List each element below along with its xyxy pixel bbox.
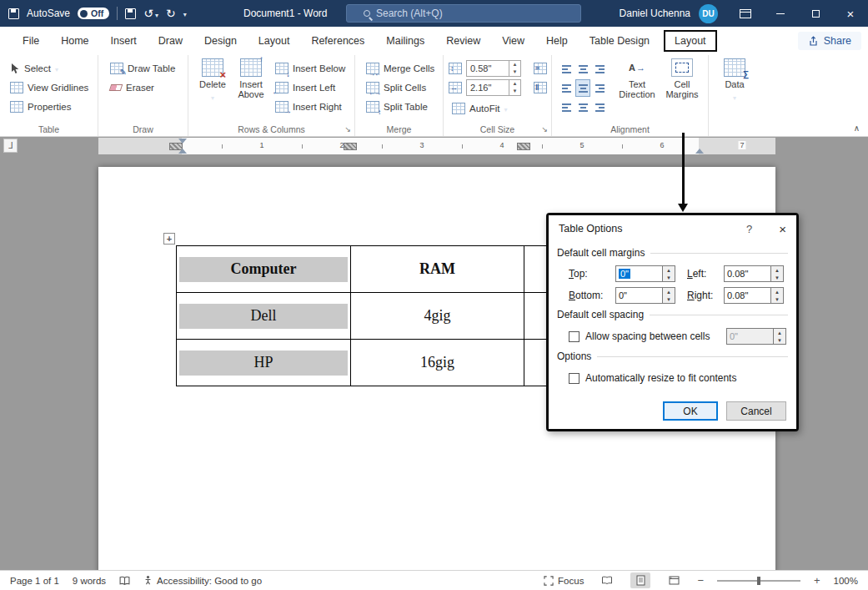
- focus-button[interactable]: Focus: [544, 576, 584, 586]
- minimize-button[interactable]: [763, 0, 798, 27]
- column-width-spinner[interactable]: ▲▼: [509, 79, 521, 96]
- insert-left-button[interactable]: ← Insert Left: [272, 78, 339, 96]
- insert-below-button[interactable]: ↓ Insert Below: [272, 59, 349, 77]
- align-top-left-button[interactable]: [559, 60, 574, 78]
- top-margin-input[interactable]: 0" ▲▼: [615, 265, 675, 282]
- properties-button[interactable]: Properties: [7, 98, 74, 115]
- split-cells-button[interactable]: ←→ Split Cells: [363, 78, 429, 96]
- delete-button[interactable]: × Delete: [193, 58, 232, 103]
- table-column-marker[interactable]: [344, 143, 357, 150]
- tab-view[interactable]: View: [491, 27, 535, 55]
- tab-references[interactable]: References: [300, 27, 375, 55]
- split-table-button[interactable]: ↕ Split Table: [363, 98, 431, 115]
- web-layout-button[interactable]: [664, 572, 684, 588]
- dialog-help-icon[interactable]: ?: [746, 223, 752, 235]
- autosave-toggle[interactable]: Off: [78, 8, 109, 19]
- zoom-slider-thumb[interactable]: [757, 577, 760, 585]
- insert-above-button[interactable]: ↑ Insert Above: [232, 58, 270, 99]
- distribute-columns-button[interactable]: ‖: [530, 78, 550, 96]
- zoom-out-button[interactable]: −: [697, 574, 704, 587]
- autofit-button[interactable]: AutoFit: [449, 99, 510, 117]
- right-margin-input[interactable]: 0.08" ▲▼: [724, 287, 784, 304]
- quick-access-more-icon[interactable]: [183, 8, 187, 19]
- insert-right-button[interactable]: → Insert Right: [272, 98, 345, 115]
- right-margin-spinner[interactable]: ▲▼: [771, 287, 784, 304]
- left-margin-spinner[interactable]: ▲▼: [771, 265, 784, 282]
- cell-margins-button[interactable]: Cell Margins: [660, 58, 704, 99]
- save-icon[interactable]: [8, 8, 19, 19]
- word-count[interactable]: 9 words: [73, 576, 106, 586]
- tab-layout[interactable]: Layout: [248, 27, 301, 55]
- tab-home[interactable]: Home: [50, 27, 99, 55]
- redo-button[interactable]: ↻: [166, 7, 176, 20]
- avatar[interactable]: DU: [699, 4, 718, 23]
- table-cell[interactable]: 4gig: [351, 293, 524, 340]
- eraser-button[interactable]: Eraser: [107, 78, 158, 96]
- tab-table-layout-active[interactable]: Layout: [664, 30, 717, 52]
- table-cell[interactable]: Dell: [177, 293, 351, 340]
- table-cell[interactable]: Computer: [177, 246, 351, 293]
- allow-spacing-checkbox[interactable]: [569, 331, 580, 342]
- select-button[interactable]: Select: [7, 59, 62, 77]
- search-input[interactable]: Search (Alt+Q): [346, 4, 581, 23]
- top-margin-spinner[interactable]: ▲▼: [663, 265, 675, 282]
- proofing-icon[interactable]: [119, 576, 130, 586]
- undo-button[interactable]: ↺: [143, 7, 158, 20]
- tab-help[interactable]: Help: [535, 27, 579, 55]
- merge-cells-button[interactable]: →← Merge Cells: [363, 59, 438, 77]
- page-indicator[interactable]: Page 1 of 1: [10, 576, 59, 586]
- accessibility-status[interactable]: Accessibility: Good to go: [143, 575, 262, 586]
- tab-mailings[interactable]: Mailings: [375, 27, 435, 55]
- first-line-indent-marker[interactable]: [178, 139, 187, 144]
- ok-button[interactable]: OK: [663, 401, 718, 421]
- table-cell[interactable]: HP: [177, 340, 351, 386]
- tab-table-design[interactable]: Table Design: [579, 27, 660, 55]
- right-indent-marker[interactable]: [695, 149, 704, 154]
- align-top-right-button[interactable]: [592, 60, 607, 78]
- bottom-margin-spinner[interactable]: ▲▼: [663, 287, 675, 304]
- undo-dropdown-icon[interactable]: [155, 7, 158, 20]
- quick-save-icon[interactable]: [125, 8, 136, 19]
- align-bottom-right-button[interactable]: [592, 98, 607, 116]
- column-width-input[interactable]: 2.16" ▲▼: [466, 79, 521, 96]
- view-gridlines-button[interactable]: View Gridlines: [7, 78, 92, 96]
- align-center-button[interactable]: [575, 79, 590, 97]
- table-cell[interactable]: RAM: [351, 246, 524, 293]
- table-cell[interactable]: 16gig: [351, 340, 524, 386]
- close-button[interactable]: ×: [833, 0, 868, 27]
- maximize-button[interactable]: [798, 0, 833, 27]
- tab-file[interactable]: File: [12, 27, 50, 55]
- align-center-right-button[interactable]: [592, 79, 607, 97]
- align-bottom-center-button[interactable]: [575, 98, 590, 116]
- zoom-slider[interactable]: [717, 580, 800, 582]
- share-button[interactable]: Share: [798, 32, 861, 50]
- tab-design[interactable]: Design: [193, 27, 248, 55]
- auto-resize-checkbox[interactable]: [569, 373, 580, 384]
- align-bottom-left-button[interactable]: [559, 98, 574, 116]
- table-move-handle[interactable]: +: [163, 233, 175, 245]
- distribute-rows-button[interactable]: =: [530, 59, 550, 77]
- dialog-close-icon[interactable]: ×: [779, 222, 786, 236]
- text-direction-button[interactable]: A→ Text Direction: [615, 58, 659, 99]
- row-height-spinner[interactable]: ▲▼: [509, 60, 521, 77]
- tab-draw[interactable]: Draw: [148, 27, 193, 55]
- table-column-marker[interactable]: [517, 143, 530, 150]
- align-top-center-button[interactable]: [575, 60, 590, 78]
- print-layout-button[interactable]: [630, 572, 650, 588]
- row-height-input[interactable]: 0.58" ▲▼: [466, 60, 521, 77]
- draw-table-button[interactable]: ✎ Draw Table: [107, 59, 178, 77]
- tab-insert[interactable]: Insert: [100, 27, 148, 55]
- account-name[interactable]: Daniel Uchenna: [620, 8, 690, 19]
- tab-review[interactable]: Review: [435, 27, 491, 55]
- data-button[interactable]: ∑ Data: [715, 58, 754, 103]
- align-center-left-button[interactable]: [559, 79, 574, 97]
- cell-size-dialog-launcher-icon[interactable]: ↘: [541, 125, 548, 134]
- bottom-margin-input[interactable]: 0" ▲▼: [615, 287, 675, 304]
- tab-selector[interactable]: L: [3, 139, 18, 153]
- zoom-in-button[interactable]: +: [814, 574, 820, 587]
- cancel-button[interactable]: Cancel: [726, 401, 786, 421]
- left-margin-input[interactable]: 0.08" ▲▼: [724, 265, 784, 282]
- zoom-level[interactable]: 100%: [834, 576, 858, 586]
- read-mode-button[interactable]: [597, 572, 617, 588]
- ribbon-display-options-icon[interactable]: [740, 9, 751, 18]
